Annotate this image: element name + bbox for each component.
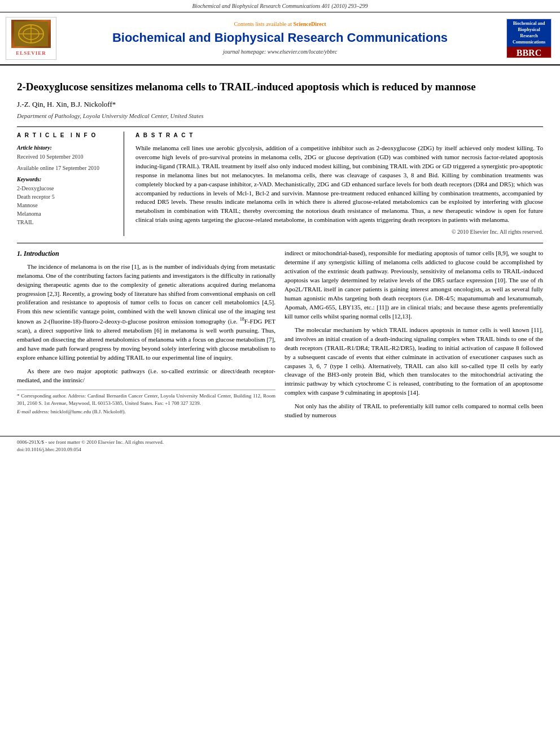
bbrc-logo-letters: BBRC bbox=[507, 47, 551, 58]
footnotes: * Corresponding author. Address: Cardina… bbox=[17, 390, 275, 416]
article-info-col: A R T I C L E I N F O Article history: R… bbox=[17, 132, 124, 236]
intro-para-1: The incidence of melanoma is on the rise… bbox=[17, 263, 275, 362]
sciencedirect-line: Contents lists available at ScienceDirec… bbox=[62, 20, 498, 28]
keyword-3: Mannose bbox=[17, 202, 117, 209]
journal-homepage: journal homepage: www.elsevier.com/locat… bbox=[62, 48, 498, 56]
intro-para-2: As there are two major apoptotic pathway… bbox=[17, 367, 275, 385]
introduction-heading: 1. Introduction bbox=[17, 249, 275, 259]
body-two-col: 1. Introduction The incidence of melanom… bbox=[17, 249, 543, 425]
received-date: Received 10 September 2010 bbox=[17, 153, 117, 161]
bottom-text-2: doi:10.1016/j.bbrc.2010.09.054 bbox=[17, 446, 543, 453]
top-bar: Biochemical and Biophysical Research Com… bbox=[0, 0, 560, 12]
body-divider bbox=[17, 243, 543, 243]
journal-name: Biochemical and Biophysical Research Com… bbox=[62, 29, 498, 47]
bottom-bar: 0006-291X/$ - see front matter © 2010 El… bbox=[0, 436, 560, 455]
bbrc-logo-area: Biochemical andBiophysicalResearchCommun… bbox=[504, 19, 554, 58]
page-wrapper: Biochemical and Biophysical Research Com… bbox=[0, 0, 560, 747]
footnote-corresponding: * Corresponding author. Address: Cardina… bbox=[17, 392, 275, 407]
keyword-5: TRAIL bbox=[17, 219, 117, 226]
elsevier-text: ELSEVIER bbox=[16, 50, 46, 57]
abstract-col: A B S T R A C T While melanoma cell line… bbox=[135, 132, 543, 236]
keyword-2: Death receptor 5 bbox=[17, 193, 117, 201]
authors: J.-Z. Qin, H. Xin, B.J. Nickoloff* bbox=[17, 99, 543, 110]
footnote-email: E-mail address: bnicklof@lumc.edu (B.J. … bbox=[17, 408, 275, 416]
abstract-text: While melanoma cell lines use aerobic gl… bbox=[135, 144, 543, 225]
divider-1 bbox=[17, 126, 543, 127]
keyword-4: Melanoma bbox=[17, 210, 117, 218]
intro-para-5: Not only has the ability of TRAIL to pre… bbox=[285, 402, 543, 420]
intro-para-4: The molecular mechanism by which TRAIL i… bbox=[285, 326, 543, 398]
article-info-abstract: A R T I C L E I N F O Article history: R… bbox=[17, 132, 543, 236]
body-col-left: 1. Introduction The incidence of melanom… bbox=[17, 249, 275, 425]
journal-header: ELSEVIER Contents lists available at Sci… bbox=[0, 12, 560, 65]
content-area: 2-Deoxyglucose sensitizes melanoma cells… bbox=[0, 65, 560, 431]
keywords-label: Keywords: bbox=[17, 176, 117, 184]
article-history-label: Article history: bbox=[17, 144, 117, 152]
body-col-right: indirect or mitochondrial-based), respon… bbox=[285, 249, 543, 425]
elsevier-logo-area: ELSEVIER bbox=[6, 17, 56, 60]
available-date: Available online 17 September 2010 bbox=[17, 164, 117, 172]
article-info-label: A R T I C L E I N F O bbox=[17, 132, 117, 139]
bbrc-logo-top: Biochemical andBiophysicalResearchCommun… bbox=[507, 19, 551, 47]
keyword-1: 2-Deoxyglucose bbox=[17, 185, 117, 193]
journal-citation: Biochemical and Biophysical Research Com… bbox=[193, 3, 368, 9]
copyright: © 2010 Elsevier Inc. All rights reserved… bbox=[135, 228, 543, 236]
abstract-label: A B S T R A C T bbox=[135, 132, 543, 139]
elsevier-logo-img bbox=[11, 20, 51, 48]
keywords-list: 2-Deoxyglucose Death receptor 5 Mannose … bbox=[17, 185, 117, 226]
affiliation: Department of Pathology, Loyola Universi… bbox=[17, 112, 543, 120]
journal-title-area: Contents lists available at ScienceDirec… bbox=[56, 20, 504, 56]
intro-para-3: indirect or mitochondrial-based), respon… bbox=[285, 249, 543, 321]
article-title: 2-Deoxyglucose sensitizes melanoma cells… bbox=[17, 80, 543, 94]
bbrc-logo: Biochemical andBiophysicalResearchCommun… bbox=[506, 19, 552, 58]
sciencedirect-link[interactable]: ScienceDirect bbox=[293, 21, 326, 27]
bottom-text-1: 0006-291X/$ - see front matter © 2010 El… bbox=[17, 439, 543, 446]
